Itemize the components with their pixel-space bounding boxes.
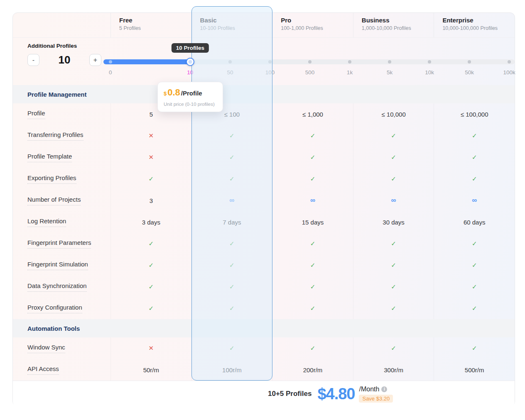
feature-value-cell: 500r/m xyxy=(434,359,515,381)
plan-header-basic[interactable]: Basic10-100 Profiles xyxy=(191,13,272,37)
plan-header-pro[interactable]: Pro100-1,000 Profiles xyxy=(272,13,353,37)
feature-value: ≤ 10,000 xyxy=(381,111,405,118)
feature-value-cell: ∞ xyxy=(353,190,434,211)
unit-price-amount: 0.8 xyxy=(167,87,180,98)
slider-tick-label-100k[interactable]: 100k xyxy=(503,69,515,76)
feature-label[interactable]: Proxy Configuration xyxy=(27,304,82,313)
feature-row: Data Synchronization✓✓✓✓✓ xyxy=(13,276,515,298)
summary-period: /Month xyxy=(359,386,379,393)
feature-label[interactable]: Transferring Profiles xyxy=(27,131,83,141)
increment-button[interactable]: + xyxy=(89,54,101,66)
feature-value-cell: ✓ xyxy=(353,147,434,168)
additional-profiles-section: Additional Profiles - 10 + 10 Profiles 0… xyxy=(13,38,515,85)
slider-tick-dot xyxy=(228,60,232,63)
check-icon: ✓ xyxy=(229,283,235,291)
check-icon: ✓ xyxy=(472,261,477,269)
slider-tick-label-0[interactable]: 0 xyxy=(109,69,112,76)
feature-label[interactable]: Window Sync xyxy=(27,344,65,353)
check-icon: ✓ xyxy=(472,240,477,247)
check-icon: ✓ xyxy=(310,154,316,161)
feature-label-cell: Log Retention xyxy=(13,211,110,233)
feature-label[interactable]: Profile Template xyxy=(27,153,72,162)
feature-value-cell: 100r/m xyxy=(191,359,272,381)
check-icon: ✓ xyxy=(472,283,477,291)
feature-value-cell: ✓ xyxy=(434,276,515,298)
feature-row: Profile Template✕✓✓✓✓ xyxy=(13,147,515,168)
feature-value: 100r/m xyxy=(222,366,242,374)
slider-tick-dot xyxy=(308,60,312,63)
feature-value-cell: 30 days xyxy=(353,211,434,233)
feature-value-cell: ✓ xyxy=(191,276,272,298)
plan-name: Free xyxy=(119,17,191,24)
feature-value-cell: 50r/m xyxy=(110,359,191,381)
feature-value-cell: ✓ xyxy=(191,168,272,190)
plan-header-business[interactable]: Business1,000-10,000 Profiles xyxy=(353,13,434,37)
corner-cell xyxy=(13,13,110,37)
feature-value-cell: ✓ xyxy=(272,337,353,359)
plan-header-row: Free5 ProfilesBasic10-100 ProfilesPro100… xyxy=(13,13,515,38)
check-icon: ✓ xyxy=(149,283,154,291)
plan-range: 100-1,000 Profiles xyxy=(281,25,353,31)
check-icon: ✓ xyxy=(472,305,477,312)
feature-label[interactable]: Number of Projects xyxy=(27,196,81,205)
slider-tick-dot xyxy=(388,60,391,63)
check-icon: ✓ xyxy=(229,261,235,269)
feature-label[interactable]: Log Retention xyxy=(27,217,66,227)
decrement-button[interactable]: - xyxy=(27,54,39,66)
check-icon: ✓ xyxy=(229,305,235,312)
feature-row: Profile5≤ 100≤ 1,000≤ 10,000≤ 100,000 xyxy=(13,103,515,125)
feature-value-cell: ✓ xyxy=(272,147,353,168)
feature-value-cell: 15 days xyxy=(272,211,353,233)
pricing-table-card: Free5 ProfilesBasic10-100 ProfilesPro100… xyxy=(12,12,515,406)
feature-label[interactable]: Fingerprint Simulation xyxy=(27,261,88,270)
feature-value: 200r/m xyxy=(303,366,323,374)
check-icon: ✓ xyxy=(391,132,396,139)
feature-value-cell: ✓ xyxy=(272,254,353,276)
feature-row: Fingerprint Parameters✓✓✓✓✓ xyxy=(13,233,515,254)
feature-label[interactable]: Profile xyxy=(27,110,45,119)
slider-tick-label-100[interactable]: 100 xyxy=(265,69,275,76)
slider-tick-label-50[interactable]: 50 xyxy=(227,69,233,76)
feature-label[interactable]: Data Synchronization xyxy=(27,282,87,292)
check-icon: ✓ xyxy=(391,305,396,312)
slider-handle[interactable] xyxy=(186,58,194,66)
slider-tick-label-50k[interactable]: 50k xyxy=(465,69,474,76)
feature-value: ≤ 100 xyxy=(224,111,240,118)
plan-header-enterprise[interactable]: Enterprise10,000-100,000 Profiles xyxy=(434,13,515,37)
feature-label[interactable]: Exporting Profiles xyxy=(27,174,76,184)
feature-value-cell: ✓ xyxy=(434,337,515,359)
feature-value-cell: ✓ xyxy=(110,298,191,319)
check-icon: ✓ xyxy=(391,154,396,161)
feature-label-cell: Transferring Profiles xyxy=(13,125,110,147)
infinity-icon: ∞ xyxy=(391,196,396,205)
unit-price-note: Unit price (0-10 profiles) xyxy=(164,102,217,107)
slider-tick-label-500[interactable]: 500 xyxy=(305,69,315,76)
slider-track[interactable] xyxy=(103,59,515,64)
feature-value-cell: ✓ xyxy=(353,298,434,319)
slider-tick-label-10k[interactable]: 10k xyxy=(425,69,434,76)
slider-tick-label-10[interactable]: 10 xyxy=(187,69,193,76)
check-icon: ✓ xyxy=(229,240,235,247)
feature-label-cell: Profile Template xyxy=(13,147,110,168)
plan-header-free[interactable]: Free5 Profiles xyxy=(110,13,191,37)
feature-row: Transferring Profiles✕✓✓✓✓ xyxy=(13,125,515,147)
slider-tick-dot xyxy=(268,60,272,63)
check-icon: ✓ xyxy=(391,175,396,183)
feature-value-cell: ≤ 1,000 xyxy=(272,103,353,125)
feature-label-cell: Data Synchronization xyxy=(13,276,110,298)
feature-label-cell: Proxy Configuration xyxy=(13,298,110,319)
feature-label[interactable]: API Access xyxy=(27,365,59,375)
slider-tick-label-5k[interactable]: 5k xyxy=(387,69,393,76)
feature-value: 500r/m xyxy=(465,366,484,374)
feature-value-cell: ✓ xyxy=(353,254,434,276)
feature-value-cell: ✓ xyxy=(434,298,515,319)
summary-profiles: 10+5 Profiles xyxy=(268,390,312,398)
info-icon[interactable]: i xyxy=(381,386,387,392)
feature-label-cell: Window Sync xyxy=(13,337,110,359)
feature-value: ≤ 1,000 xyxy=(302,111,323,118)
feature-label[interactable]: Fingerprint Parameters xyxy=(27,239,91,249)
check-icon: ✓ xyxy=(149,240,154,247)
slider-tick-label-1k[interactable]: 1k xyxy=(347,69,353,76)
check-icon: ✓ xyxy=(310,240,316,247)
feature-value: 300r/m xyxy=(384,366,403,374)
